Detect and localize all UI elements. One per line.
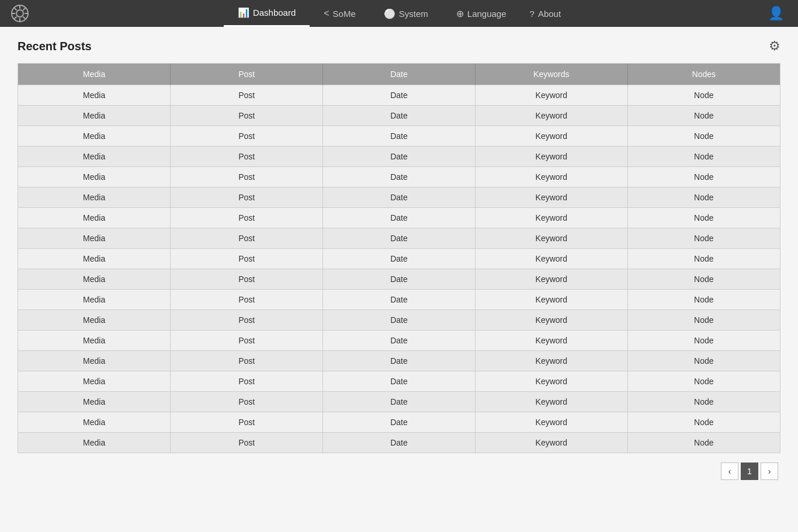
table-row[interactable]: MediaPostDateKeywordNode [18,392,780,412]
nav-some[interactable]: < SoMe [310,0,370,27]
cell-media: Media [18,106,171,126]
cell-keywords: Keyword [475,392,627,412]
settings-icon[interactable]: ⚙ [769,39,780,54]
cell-keywords: Keyword [475,147,627,167]
cell-keywords: Keyword [475,331,627,351]
nav-system-label: System [399,9,428,19]
col-header-date: Date [323,64,476,85]
cell-media: Media [18,228,171,249]
nav-system[interactable]: ⚪ System [370,0,442,27]
table-row[interactable]: MediaPostDateKeywordNode [18,106,780,126]
cell-media: Media [18,126,171,147]
app-logo [9,3,30,24]
table-row[interactable]: MediaPostDateKeywordNode [18,85,780,106]
table-row[interactable]: MediaPostDateKeywordNode [18,187,780,208]
table-row[interactable]: MediaPostDateKeywordNode [18,310,780,331]
cell-date: Date [323,147,476,167]
table-row[interactable]: MediaPostDateKeywordNode [18,147,780,167]
cell-post: Post [171,412,323,433]
table-header-row: Media Post Date Keywords Nodes [18,64,780,85]
cell-post: Post [171,290,323,310]
cell-keywords: Keyword [475,208,627,228]
cell-media: Media [18,167,171,187]
profile-icon[interactable]: 👤 [764,6,789,21]
table-row[interactable]: MediaPostDateKeywordNode [18,371,780,392]
cell-nodes: Node [627,371,780,392]
nav-some-label: SoMe [333,9,356,19]
table-row[interactable]: MediaPostDateKeywordNode [18,331,780,351]
nav-about-label: About [538,9,561,19]
cell-date: Date [323,433,476,453]
cell-media: Media [18,331,171,351]
cell-media: Media [18,147,171,167]
cell-date: Date [323,106,476,126]
cell-media: Media [18,371,171,392]
section-title: Recent Posts [18,40,92,53]
cell-keywords: Keyword [475,187,627,208]
cell-media: Media [18,433,171,453]
nav-language[interactable]: ⊕ Language [442,0,521,27]
cell-nodes: Node [627,187,780,208]
table-row[interactable]: MediaPostDateKeywordNode [18,208,780,228]
cell-media: Media [18,249,171,269]
nav-language-label: Language [467,9,506,19]
current-page-button[interactable]: 1 [741,463,758,480]
cell-post: Post [171,85,323,106]
cell-keywords: Keyword [475,85,627,106]
cell-post: Post [171,208,323,228]
cell-media: Media [18,290,171,310]
cell-date: Date [323,351,476,371]
cell-media: Media [18,412,171,433]
nav-about[interactable]: ? About [521,0,571,27]
pagination: ‹ 1 › [18,463,780,480]
svg-line-8 [23,8,26,10]
cell-post: Post [171,433,323,453]
cell-post: Post [171,228,323,249]
next-page-button[interactable]: › [761,463,778,480]
cell-nodes: Node [627,167,780,187]
cell-keywords: Keyword [475,126,627,147]
table-row[interactable]: MediaPostDateKeywordNode [18,433,780,453]
cell-nodes: Node [627,85,780,106]
prev-page-button[interactable]: ‹ [721,463,738,480]
cell-post: Post [171,392,323,412]
nav-dashboard-label: Dashboard [253,8,296,18]
table-row[interactable]: MediaPostDateKeywordNode [18,228,780,249]
posts-table: Media Post Date Keywords Nodes MediaPost… [18,64,780,453]
cell-media: Media [18,351,171,371]
cell-post: Post [171,351,323,371]
table-row[interactable]: MediaPostDateKeywordNode [18,351,780,371]
cell-post: Post [171,167,323,187]
cell-post: Post [171,249,323,269]
cell-nodes: Node [627,249,780,269]
cell-post: Post [171,147,323,167]
main-content: Recent Posts ⚙ Media Post Date Keywords … [0,27,798,492]
table-row[interactable]: MediaPostDateKeywordNode [18,269,780,290]
nav-dashboard[interactable]: 📊 Dashboard [224,0,310,27]
cell-post: Post [171,371,323,392]
table-body: MediaPostDateKeywordNodeMediaPostDateKey… [18,85,780,453]
cell-post: Post [171,187,323,208]
table-row[interactable]: MediaPostDateKeywordNode [18,412,780,433]
cell-nodes: Node [627,147,780,167]
cell-nodes: Node [627,208,780,228]
table-row[interactable]: MediaPostDateKeywordNode [18,126,780,147]
nav-items: 📊 Dashboard < SoMe ⚪ System ⊕ Language ?… [224,0,570,27]
cell-keywords: Keyword [475,249,627,269]
table-row[interactable]: MediaPostDateKeywordNode [18,290,780,310]
cell-nodes: Node [627,310,780,331]
about-icon: ? [530,9,535,19]
col-header-keywords: Keywords [475,64,627,85]
cell-post: Post [171,269,323,290]
cell-date: Date [323,290,476,310]
col-header-nodes: Nodes [627,64,780,85]
main-nav: 📊 Dashboard < SoMe ⚪ System ⊕ Language ?… [0,0,798,27]
svg-point-1 [16,10,23,17]
table-row[interactable]: MediaPostDateKeywordNode [18,249,780,269]
cell-keywords: Keyword [475,290,627,310]
cell-date: Date [323,208,476,228]
table-row[interactable]: MediaPostDateKeywordNode [18,167,780,187]
cell-nodes: Node [627,351,780,371]
posts-table-wrapper: Media Post Date Keywords Nodes MediaPost… [18,63,780,453]
some-icon: < [324,8,329,19]
